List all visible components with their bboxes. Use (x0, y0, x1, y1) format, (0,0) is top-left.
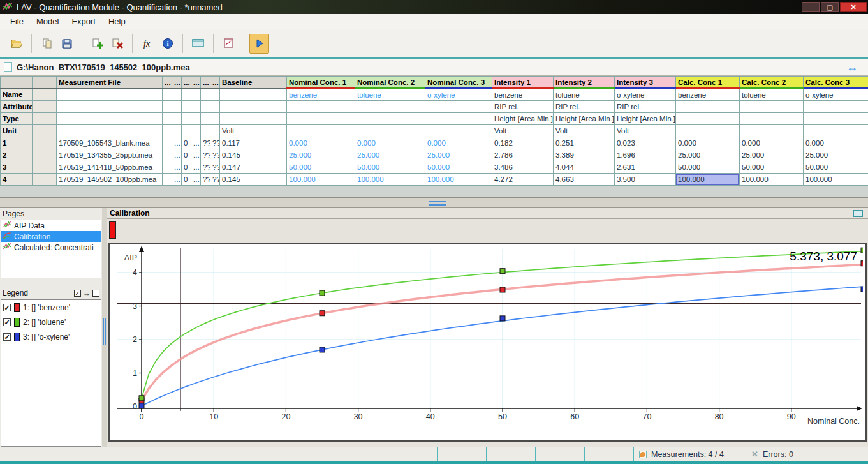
cell[interactable] (33, 113, 57, 125)
cell[interactable]: 4.044 (554, 161, 615, 174)
column-header-intensity-3[interactable]: Intensity 3 (615, 77, 676, 89)
vsplitter-handle-icon[interactable] (103, 318, 106, 345)
cell[interactable]: Volt (554, 125, 615, 137)
cell[interactable]: toluene (740, 89, 804, 101)
row-label[interactable]: 4 (1, 174, 33, 186)
run-button[interactable] (249, 34, 269, 54)
cell[interactable] (191, 125, 201, 137)
cell[interactable]: ... (172, 161, 182, 174)
cell[interactable]: 0.000 (740, 137, 804, 149)
cell[interactable] (676, 113, 740, 125)
cell[interactable]: ... (191, 149, 201, 161)
column-header-intensity-1[interactable]: Intensity 1 (492, 77, 554, 89)
cell[interactable] (201, 89, 210, 101)
cell[interactable] (210, 113, 220, 125)
cell[interactable]: Volt (492, 125, 554, 137)
menu-export[interactable]: Export (65, 15, 102, 28)
column-header-baseline[interactable]: Baseline (220, 77, 287, 89)
cell[interactable]: RIP rel. (554, 101, 615, 113)
cell[interactable]: RIP rel. (615, 101, 676, 113)
cell[interactable] (163, 113, 172, 125)
cell[interactable]: 2.631 (615, 161, 676, 174)
cell[interactable] (676, 101, 740, 113)
report-button[interactable] (219, 34, 239, 54)
cell[interactable] (33, 161, 57, 174)
cell[interactable]: Volt (615, 125, 676, 137)
cell[interactable]: 170509_105543_blank.mea (57, 137, 163, 149)
cell[interactable]: ?? (210, 174, 220, 186)
column-header-blank[interactable]: ... (210, 77, 220, 89)
info-button[interactable]: i (158, 34, 177, 54)
cell[interactable] (740, 125, 804, 137)
selected-series-swatch[interactable] (109, 221, 116, 239)
cell[interactable]: 0 (182, 137, 191, 149)
column-header-calc-conc-1[interactable]: Calc. Conc 1 (676, 77, 740, 89)
save-button[interactable] (57, 34, 77, 54)
cell[interactable] (33, 125, 57, 137)
cell[interactable]: 50.000 (740, 161, 804, 174)
cell[interactable]: RIP rel. (492, 101, 554, 113)
row-label[interactable]: Type (1, 113, 33, 125)
cell[interactable] (201, 125, 210, 137)
column-header-measurement-file[interactable]: Measurement File (57, 77, 163, 89)
cell[interactable]: 0.251 (554, 137, 615, 149)
column-header-blank[interactable] (1, 77, 33, 89)
cell[interactable] (172, 113, 182, 125)
undock-icon[interactable] (853, 210, 863, 217)
cell[interactable]: ... (191, 174, 201, 186)
cell[interactable] (163, 89, 172, 101)
menu-help[interactable]: Help (102, 15, 132, 28)
cell[interactable]: 25.000 (740, 149, 804, 161)
cell[interactable]: 25.000 (287, 149, 355, 161)
vertical-splitter[interactable] (102, 208, 107, 447)
cell[interactable]: 0.145 (220, 149, 287, 161)
cell[interactable]: 3.500 (615, 174, 676, 186)
cell[interactable] (425, 125, 492, 137)
row-label[interactable]: 1 (1, 137, 33, 149)
column-header-blank[interactable]: ... (201, 77, 210, 89)
cell[interactable] (287, 125, 355, 137)
legend-checkbox[interactable]: ✓ (3, 333, 11, 341)
cell[interactable]: ... (172, 137, 182, 149)
cell[interactable] (191, 101, 201, 113)
cell[interactable] (57, 125, 163, 137)
cell[interactable]: 100.000 (740, 174, 804, 186)
legend-checkbox[interactable]: ✓ (3, 318, 11, 326)
cell[interactable]: 50.000 (676, 161, 740, 174)
row-label[interactable]: Attributes (1, 101, 33, 113)
cell[interactable] (57, 113, 163, 125)
cell[interactable] (182, 125, 191, 137)
cell[interactable] (33, 174, 57, 186)
minimize-button[interactable]: – (802, 2, 820, 12)
cell[interactable] (220, 101, 287, 113)
cell[interactable]: toluene (355, 89, 425, 101)
cell[interactable] (210, 89, 220, 101)
cell[interactable] (182, 89, 191, 101)
cell[interactable]: 0.000 (425, 137, 492, 149)
cell[interactable] (57, 89, 163, 101)
menu-file[interactable]: File (4, 15, 30, 28)
cell[interactable] (804, 125, 868, 137)
row-label[interactable]: 3 (1, 161, 33, 174)
cell[interactable]: toluene (554, 89, 615, 101)
cell[interactable] (57, 101, 163, 113)
cell[interactable]: 0 (182, 174, 191, 186)
column-header-nominal-conc-3[interactable]: Nominal Conc. 3 (425, 77, 492, 89)
cell[interactable]: 100.000 (287, 174, 355, 186)
cell[interactable] (33, 149, 57, 161)
sidebar-item-calibration[interactable]: Calibration (1, 231, 101, 242)
cell[interactable] (425, 101, 492, 113)
cell[interactable]: 100.000 (355, 174, 425, 186)
cell[interactable]: Volt (220, 125, 287, 137)
cell[interactable]: Height [Area Min.] (615, 113, 676, 125)
cell[interactable]: ?? (210, 149, 220, 161)
remove-measurement-button[interactable] (107, 34, 127, 54)
cell[interactable]: 25.000 (355, 149, 425, 161)
cell[interactable]: 170519_145502_100ppb.mea (57, 174, 163, 186)
add-measurement-button[interactable] (87, 34, 107, 54)
cell[interactable]: 4.272 (492, 174, 554, 186)
cell[interactable]: 0.000 (804, 137, 868, 149)
cell[interactable]: 25.000 (804, 149, 868, 161)
column-header-intensity-2[interactable]: Intensity 2 (554, 77, 615, 89)
cell[interactable]: ... (172, 149, 182, 161)
